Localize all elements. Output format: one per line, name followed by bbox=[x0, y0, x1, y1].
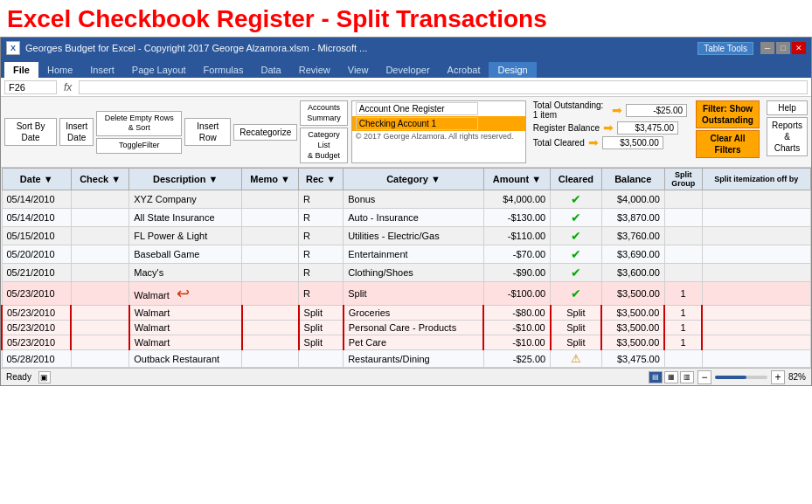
zoom-plus-btn[interactable]: + bbox=[771, 370, 785, 384]
table-row[interactable]: 05/14/2010 All State Insurance R Auto - … bbox=[2, 209, 811, 227]
balance-arrow: ➡ bbox=[603, 121, 614, 135]
toolbar-far-right: Help Reports & Charts bbox=[767, 100, 808, 163]
tab-acrobat[interactable]: Acrobat bbox=[439, 62, 489, 78]
col-rec[interactable]: Rec ▼ bbox=[299, 169, 344, 190]
cell-split-off bbox=[702, 264, 811, 282]
cell-date: 05/23/2010 bbox=[2, 282, 71, 306]
cell-balance: $3,760.00 bbox=[601, 227, 664, 245]
recategorize-button[interactable]: Recategorize bbox=[233, 124, 297, 141]
cell-description: Walmart↩ bbox=[129, 282, 242, 306]
page-layout-view-icon[interactable]: ▦ bbox=[664, 371, 678, 383]
cell-rec: R bbox=[299, 209, 344, 227]
cell-rec: R bbox=[299, 264, 344, 282]
cleared-check-icon: ✔ bbox=[571, 192, 581, 206]
cell-balance: $3,500.00 bbox=[601, 306, 664, 321]
tab-developer[interactable]: Developer bbox=[377, 62, 438, 78]
tab-home[interactable]: Home bbox=[38, 62, 81, 78]
description-cell: All State Insurance bbox=[134, 212, 214, 223]
account-name-input[interactable] bbox=[356, 117, 478, 130]
cell-check bbox=[71, 282, 128, 306]
rec-cell: Split bbox=[304, 322, 323, 333]
minimize-btn[interactable]: ─ bbox=[760, 42, 774, 54]
formula-input[interactable] bbox=[79, 80, 808, 94]
maximize-btn[interactable]: □ bbox=[776, 42, 790, 54]
cell-memo bbox=[242, 264, 299, 282]
normal-view-icon[interactable]: ▤ bbox=[649, 371, 663, 383]
cell-memo bbox=[242, 335, 299, 350]
cell-memo bbox=[242, 227, 299, 245]
table-row[interactable]: 05/23/2010 Walmart↩ R Split -$100.00 ✔ $… bbox=[2, 282, 811, 306]
zoom-minus-btn[interactable]: − bbox=[697, 370, 711, 384]
cell-rec: Split bbox=[299, 335, 344, 350]
table-header-row: Date ▼ Check ▼ Description ▼ Memo ▼ Rec … bbox=[2, 169, 811, 190]
tab-file[interactable]: File bbox=[4, 62, 38, 78]
table-row[interactable]: 05/23/2010 Walmart Split Pet Care -$10.0… bbox=[2, 335, 811, 350]
page-break-view-icon[interactable]: ▥ bbox=[680, 371, 694, 383]
table-row[interactable]: 05/28/2010 Outback Restaurant Restaurant… bbox=[2, 350, 811, 368]
tab-data[interactable]: Data bbox=[252, 62, 289, 78]
tab-design[interactable]: Design bbox=[489, 62, 536, 78]
cell-split-group bbox=[664, 227, 702, 245]
tab-view[interactable]: View bbox=[339, 62, 378, 78]
cell-name-box[interactable]: F26 bbox=[4, 80, 57, 94]
description-cell: XYZ Company bbox=[134, 194, 197, 204]
table-row[interactable]: 05/23/2010 Walmart Split Groceries -$80.… bbox=[2, 306, 811, 321]
cell-date: 05/14/2010 bbox=[2, 209, 71, 227]
tab-insert[interactable]: Insert bbox=[81, 62, 123, 78]
col-memo[interactable]: Memo ▼ bbox=[242, 169, 299, 190]
sort-by-date-button[interactable]: Sort By Date bbox=[4, 118, 57, 146]
register-info: © 2017 George Alzamora. All rights reser… bbox=[351, 100, 526, 163]
register-name-input[interactable] bbox=[356, 102, 478, 115]
cell-split-off bbox=[702, 306, 811, 321]
col-description[interactable]: Description ▼ bbox=[129, 169, 242, 190]
toggle-filter-button[interactable]: ToggleFilter bbox=[96, 138, 182, 154]
cell-cleared: ✔ bbox=[551, 209, 601, 227]
col-amount[interactable]: Amount ▼ bbox=[483, 169, 550, 190]
table-row[interactable]: 05/20/2010 Baseball Game R Entertainment… bbox=[2, 245, 811, 264]
cell-split-off bbox=[702, 282, 811, 306]
cell-category: Auto - Insurance bbox=[344, 209, 484, 227]
description-cell: Outback Restaurant bbox=[134, 354, 219, 364]
clear-all-filters-button[interactable]: Clear All Filters bbox=[696, 130, 760, 158]
accounts-summary-button[interactable]: Accounts Summary bbox=[300, 100, 348, 126]
col-date[interactable]: Date ▼ bbox=[2, 169, 71, 190]
tab-page-layout[interactable]: Page Layout bbox=[123, 62, 195, 78]
cell-split-group: 1 bbox=[664, 335, 702, 350]
cell-category: Entertainment bbox=[344, 245, 484, 264]
window-controls: ─ □ ✕ bbox=[760, 42, 806, 54]
ribbon-tabs: File Home Insert Page Layout Formulas Da… bbox=[1, 59, 811, 78]
table-row[interactable]: 05/23/2010 Walmart Split Personal Care -… bbox=[2, 321, 811, 335]
cell-balance: $3,870.00 bbox=[601, 209, 664, 227]
cell-date: 05/23/2010 bbox=[2, 335, 71, 350]
cell-description: All State Insurance bbox=[129, 209, 242, 227]
tab-formulas[interactable]: Formulas bbox=[195, 62, 253, 78]
cleared-text: Split bbox=[566, 322, 585, 333]
cell-rec bbox=[299, 350, 344, 368]
col-category[interactable]: Category ▼ bbox=[344, 169, 484, 190]
page-title: Excel Checkbook Register - Split Transac… bbox=[0, 0, 812, 37]
cell-description: Outback Restaurant bbox=[129, 350, 242, 368]
delete-empty-rows-button[interactable]: Delete Empty Rows & Sort bbox=[96, 111, 182, 136]
cell-amount: -$10.00 bbox=[483, 321, 550, 335]
table-row[interactable]: 05/15/2010 FL Power & Light R Utilities … bbox=[2, 227, 811, 245]
table-row[interactable]: 05/21/2010 Macy's R Clothing/Shoes -$90.… bbox=[2, 264, 811, 282]
zoom-slider[interactable] bbox=[715, 376, 767, 379]
close-btn[interactable]: ✕ bbox=[792, 42, 806, 54]
insert-row-button[interactable]: Insert Row bbox=[184, 118, 231, 146]
help-button[interactable]: Help bbox=[767, 100, 808, 115]
insert-date-button[interactable]: Insert Date bbox=[59, 118, 94, 146]
col-balance[interactable]: Balance bbox=[601, 169, 664, 190]
tab-review[interactable]: Review bbox=[290, 62, 339, 78]
table-row[interactable]: 05/14/2010 XYZ Company R Bonus $4,000.00… bbox=[2, 190, 811, 209]
category-list-button[interactable]: Category List & Budget bbox=[300, 128, 348, 163]
cell-memo bbox=[242, 209, 299, 227]
col-check[interactable]: Check ▼ bbox=[71, 169, 128, 190]
reports-charts-button[interactable]: Reports & Charts bbox=[767, 117, 808, 156]
cell-cleared: Split bbox=[551, 335, 601, 350]
cell-amount: -$10.00 bbox=[483, 335, 550, 350]
cell-description: Walmart bbox=[129, 335, 242, 350]
rec-cell: R bbox=[303, 212, 310, 223]
col-cleared[interactable]: Cleared bbox=[551, 169, 601, 190]
filter-show-button[interactable]: Filter: Show Outstanding bbox=[696, 100, 760, 128]
copyright-text: © 2017 George Alzamora. All rights reser… bbox=[356, 132, 514, 141]
